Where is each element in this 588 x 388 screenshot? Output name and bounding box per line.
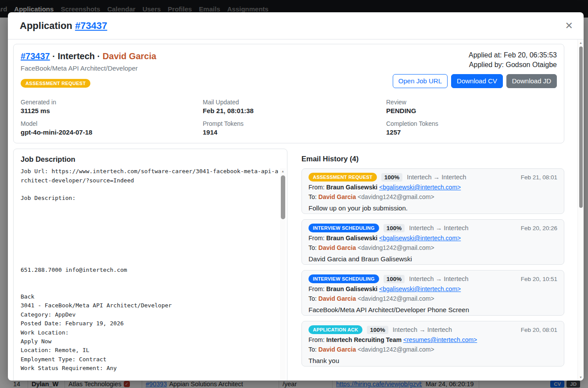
stat-value: 1257: [386, 128, 557, 136]
email-type-badge: APPLICATION ACK: [308, 325, 362, 334]
stat-label: Model: [21, 120, 203, 127]
modal-header: Application #73437 ✕: [8, 12, 584, 39]
stat-item: Generated in 31125 ms: [21, 99, 203, 114]
stat-item: Review PENDING: [386, 99, 557, 114]
to-label: To:: [308, 346, 317, 353]
email-body: Follow up on your job submission.: [308, 204, 557, 212]
email-date: Feb 20, 10:51: [521, 276, 557, 282]
email-to-line: To: David Garcia <davidng1242@gmail.com>: [308, 295, 557, 303]
summary-title: #73437 · Intertech · David Garcia: [21, 51, 156, 61]
download-cv-button[interactable]: Download CV: [451, 74, 503, 88]
scrollbar-thumb[interactable]: [579, 46, 583, 208]
stat-label: Mail Updated: [203, 99, 386, 106]
to-label: To:: [308, 193, 317, 200]
email-card: INTERVIEW SCHEDULING 100% Intertech → In…: [301, 270, 564, 316]
email-to-line: To: David Garcia <davidng1242@gmail.com>: [308, 193, 557, 201]
email-body: Thank you: [308, 357, 557, 365]
stat-value: PENDING: [386, 107, 557, 114]
from-label: From:: [308, 235, 325, 242]
stat-label: Generated in: [21, 99, 203, 106]
stat-value: 31125 ms: [21, 107, 203, 114]
stat-label: Prompt Tokens: [203, 120, 386, 127]
to-name: David Garcia: [319, 346, 356, 353]
email-match-score: 100%: [381, 173, 403, 182]
to-email: <davidng1242@gmail.com>: [358, 244, 434, 251]
email-history-title: Email History (4): [301, 155, 564, 163]
email-card: INTERVIEW SCHEDULING 100% Intertech → In…: [301, 219, 564, 265]
to-email: <davidng1242@gmail.com>: [358, 295, 434, 302]
position-title: FaceBook/Meta API Architect/Developer: [21, 64, 156, 72]
to-name: David Garcia: [319, 295, 356, 302]
close-icon[interactable]: ✕: [565, 21, 573, 31]
email-from-line: From: Braun Galisewski <bgalisewski@inte…: [308, 235, 557, 242]
from-name: Braun Galisewski: [326, 235, 377, 242]
email-from-line: From: Braun Galisewski <bgalisewski@inte…: [308, 285, 557, 293]
scroll-down-icon[interactable]: ▼: [578, 376, 584, 379]
summary-right: Applied at: Feb 20, 06:35:53 Applied by:…: [393, 51, 557, 88]
email-date: Feb 20, 20:26: [521, 225, 557, 231]
stat-item: Completion Tokens 1257: [386, 120, 557, 136]
scroll-up-icon[interactable]: ▲: [280, 170, 286, 173]
from-email-link[interactable]: <bgalisewski@intertech.com>: [379, 285, 461, 292]
email-route: Intertech → Intertech: [407, 174, 466, 181]
download-jd-button[interactable]: Download JD: [506, 74, 557, 88]
status-badge: ASSESSMENT REQUEST: [21, 79, 90, 88]
summary-id-link[interactable]: #73437: [21, 51, 50, 61]
email-match-score: 100%: [367, 326, 388, 334]
email-to-line: To: David Garcia <davidng1242@gmail.com>: [308, 346, 557, 353]
email-card: ASSESSMENT REQUEST 100% Intertech → Inte…: [301, 168, 564, 214]
stat-value: 1914: [203, 128, 386, 136]
to-name: David Garcia: [319, 193, 356, 200]
job-description-scrollbar[interactable]: ▲: [280, 168, 286, 381]
email-route: Intertech → Intertech: [409, 224, 468, 231]
modal-scrollbar[interactable]: ▲ ▼: [577, 39, 584, 381]
company-name: Intertech: [58, 51, 95, 61]
from-label: From:: [308, 285, 325, 292]
candidate-name: David Garcia: [103, 51, 156, 61]
from-label: From:: [308, 184, 325, 191]
modal-body: #73437 · Intertech · David Garcia FaceBo…: [8, 39, 584, 381]
from-email-link[interactable]: <bgalisewski@intertech.com>: [379, 184, 461, 191]
to-label: To:: [308, 244, 317, 251]
stat-label: Review: [386, 99, 557, 106]
email-body: David Garcia and Braun Galisewski: [308, 255, 557, 263]
application-id-link[interactable]: #73437: [75, 20, 107, 31]
open-job-url-button[interactable]: Open Job URL: [393, 74, 448, 88]
scroll-up-icon[interactable]: ▲: [578, 41, 584, 44]
dot-separator: ·: [97, 51, 100, 61]
dot-separator: ·: [52, 51, 55, 61]
email-route: Intertech → Intertech: [409, 275, 468, 282]
stat-item: Prompt Tokens 1914: [203, 120, 386, 136]
email-to-line: To: David Garcia <davidng1242@gmail.com>: [308, 244, 557, 252]
email-list: ASSESSMENT REQUEST 100% Intertech → Inte…: [301, 168, 564, 367]
scrollbar-thumb[interactable]: [281, 175, 285, 219]
summary-left: #73437 · Intertech · David Garcia FaceBo…: [21, 51, 156, 88]
from-email-link[interactable]: <resumes@intertech.com>: [403, 336, 477, 343]
email-date: Feb 21, 08:01: [521, 174, 557, 181]
stats-grid: Generated in 31125 ms Mail Updated Feb 2…: [21, 99, 557, 136]
applied-by: Applied by: Godson Otaigbe: [393, 61, 557, 69]
email-from-line: From: Braun Galisewski <bgalisewski@inte…: [308, 184, 557, 191]
email-body: FaceBook/Meta API Architect/Developer Ph…: [308, 306, 557, 314]
to-email: <davidng1242@gmail.com>: [358, 193, 434, 200]
to-name: David Garcia: [319, 244, 356, 251]
email-card: APPLICATION ACK 100% Intertech → Interte…: [301, 321, 564, 367]
stat-value: gpt-4o-mini-2024-07-18: [21, 128, 203, 136]
application-summary-card: #73437 · Intertech · David Garcia FaceBo…: [13, 44, 564, 143]
stat-label: Completion Tokens: [386, 120, 557, 127]
from-email-link[interactable]: <bgalisewski@intertech.com>: [379, 235, 461, 242]
email-type-badge: INTERVIEW SCHEDULING: [308, 274, 379, 283]
email-match-score: 100%: [384, 224, 405, 232]
job-description-text: Job Url: https://www.intertech.com/softw…: [21, 167, 279, 373]
modal-title: Application #73437: [20, 20, 107, 32]
email-from-line: From: Intertech Recruiting Team <resumes…: [308, 336, 557, 344]
applied-at: Applied at: Feb 20, 06:35:53: [393, 51, 557, 59]
email-match-score: 100%: [384, 275, 405, 283]
modal-title-text: Application: [20, 20, 72, 31]
stat-item: Mail Updated Feb 21, 08:01:38: [203, 99, 386, 114]
email-route: Intertech → Intertech: [393, 326, 452, 333]
stat-item: Model gpt-4o-mini-2024-07-18: [21, 120, 203, 136]
application-modal: Application #73437 ✕ #73437 · Intertech …: [8, 12, 584, 381]
email-type-badge: ASSESSMENT REQUEST: [308, 173, 377, 182]
job-description-title: Job Description: [21, 155, 280, 164]
